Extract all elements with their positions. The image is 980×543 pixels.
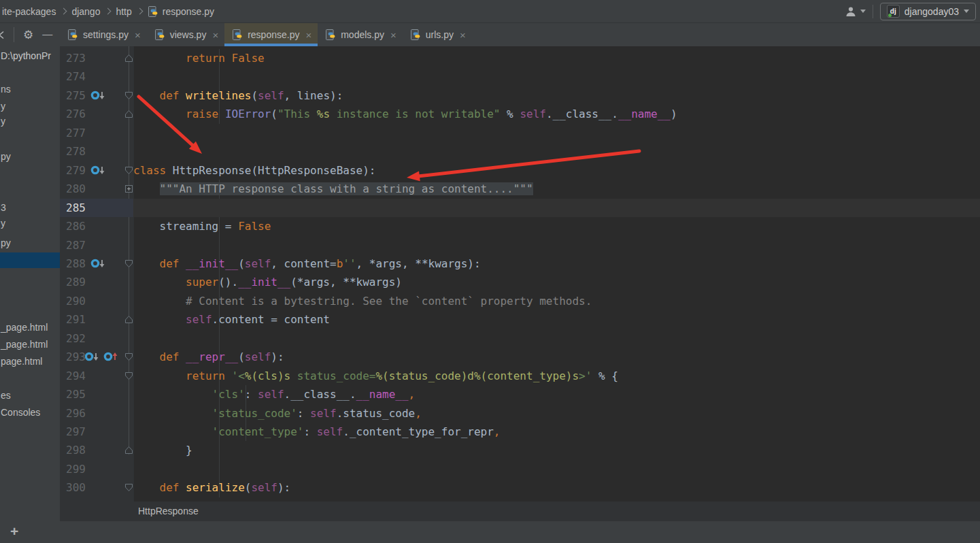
close-icon[interactable]: ×: [212, 29, 218, 41]
line-number: 286: [66, 217, 86, 235]
code-line-276[interactable]: 276 raise IOError("This %s instance is n…: [60, 105, 980, 123]
tab-label: settings.py: [83, 29, 129, 40]
breadcrumb-item[interactable]: django: [71, 6, 100, 17]
tab-label: urls.py: [426, 29, 454, 40]
fold-start-icon[interactable]: [125, 167, 133, 174]
fold-end-icon[interactable]: [125, 446, 133, 454]
code-line-277[interactable]: 277: [60, 124, 980, 142]
code-line-294[interactable]: 294 return '<%(cls)s status_code=%(statu…: [60, 367, 980, 385]
breadcrumb-item[interactable]: http: [116, 6, 131, 17]
override-up-icon[interactable]: [103, 351, 120, 362]
code-text: def writelines(self, lines):: [133, 86, 343, 105]
fold-start-icon[interactable]: [125, 484, 133, 491]
code-line-274[interactable]: 274: [60, 67, 980, 86]
sidebar-item[interactable]: _page.html: [1, 338, 48, 350]
code-line-273[interactable]: 273 return False: [60, 49, 980, 67]
line-number: 300: [66, 478, 86, 497]
fold-end-icon[interactable]: [125, 54, 133, 62]
code-line-297[interactable]: 297 'content_type': self._content_type_f…: [60, 423, 980, 441]
breadcrumb-item[interactable]: response.py: [163, 6, 214, 17]
python-file-icon: [67, 29, 78, 40]
fold-end-icon[interactable]: [125, 110, 133, 118]
fold-start-icon[interactable]: [125, 372, 133, 380]
code-line-291[interactable]: 291 self.content = content: [60, 310, 980, 329]
override-down-icon[interactable]: [90, 258, 107, 269]
code-line-293[interactable]: 293 def __repr__(self):: [60, 348, 980, 366]
tab-label: models.py: [341, 29, 384, 40]
python-file-icon: [232, 29, 243, 40]
breadcrumb-item[interactable]: ite-packages: [2, 6, 56, 17]
code-text: self.content = content: [133, 310, 330, 329]
sidebar-item[interactable]: D:\pythonPr: [1, 50, 51, 62]
breadcrumb-class[interactable]: HttpResponse: [138, 506, 199, 516]
tab-views-py[interactable]: views.py ×: [147, 23, 224, 46]
code-line-278[interactable]: 278: [60, 142, 980, 161]
sidebar-item[interactable]: ns: [1, 83, 11, 95]
chevron-left-icon[interactable]: [0, 31, 5, 39]
tab-urls-py[interactable]: urls.py ×: [403, 23, 472, 46]
code-line-295[interactable]: 295 'cls': self.__class__.__name__,: [60, 385, 980, 404]
editor-tab-bar: ⚙ — settings.py × views.py × response.py…: [0, 23, 980, 46]
code-line-300[interactable]: 300 def serialize(self):: [60, 478, 980, 497]
sidebar-item[interactable]: y: [1, 115, 5, 127]
code-line-287[interactable]: 287: [60, 236, 980, 254]
sidebar-item[interactable]: page.html: [1, 355, 42, 367]
sidebar-item[interactable]: 3: [1, 201, 6, 214]
code-line-286[interactable]: 286 streaming = False: [60, 217, 980, 235]
code-line-292[interactable]: 292: [60, 329, 980, 348]
line-number: 277: [66, 124, 86, 142]
project-tree-sidebar: D:\pythonPrnsyypy3ypy_page.html_page.htm…: [0, 46, 60, 521]
minus-icon[interactable]: —: [42, 29, 52, 39]
tab-response-py[interactable]: response.py ×: [224, 23, 318, 46]
close-icon[interactable]: ×: [390, 29, 396, 41]
line-number: 291: [66, 310, 86, 329]
line-number: 279: [66, 161, 86, 180]
fold-end-icon[interactable]: [125, 316, 133, 323]
close-icon[interactable]: ×: [135, 29, 141, 41]
close-icon[interactable]: ×: [460, 29, 466, 41]
code-editor[interactable]: 273 return False274275 def writelines(se…: [60, 46, 980, 501]
code-line-275[interactable]: 275 def writelines(self, lines):: [60, 86, 980, 105]
sidebar-selected-item[interactable]: [0, 252, 60, 268]
python-file-icon: [325, 29, 336, 40]
sidebar-item[interactable]: es: [1, 389, 11, 401]
run-configuration-select[interactable]: dj djangoday03: [880, 3, 976, 20]
code-line-299[interactable]: 299: [60, 460, 980, 478]
override-down-icon[interactable]: [90, 165, 107, 176]
sidebar-item[interactable]: py: [1, 150, 11, 163]
code-line-298[interactable]: 298 }: [60, 441, 980, 459]
sidebar-item[interactable]: Consoles: [1, 406, 40, 418]
code-line-290[interactable]: 290 # Content is a bytestring. See the `…: [60, 292, 980, 310]
add-button[interactable]: +: [10, 523, 18, 540]
fold-expand-icon[interactable]: [125, 185, 133, 193]
fold-start-icon[interactable]: [125, 260, 133, 267]
chevron-down-icon: [964, 10, 969, 13]
override-down-icon[interactable]: [90, 90, 107, 101]
sidebar-item[interactable]: _page.html: [1, 321, 48, 333]
user-menu[interactable]: [845, 6, 866, 17]
code-text: class HttpResponse(HttpResponseBase):: [133, 161, 375, 180]
sidebar-item[interactable]: y: [1, 217, 5, 229]
tab-settings-py[interactable]: settings.py ×: [60, 23, 147, 46]
line-number: 280: [66, 180, 86, 198]
code-line-296[interactable]: 296 'status_code': self.status_code,: [60, 404, 980, 423]
code-line-279[interactable]: 279 class HttpResponse(HttpResponseBase)…: [60, 161, 980, 180]
code-line-280[interactable]: 280 """An HTTP response class with a str…: [60, 180, 980, 198]
code-line-289[interactable]: 289 super().__init__(*args, **kwargs): [60, 273, 980, 291]
breadcrumb: ite-packagesdjangohttp response.py: [0, 6, 214, 17]
fold-start-icon[interactable]: [125, 353, 133, 361]
code-line-288[interactable]: 288 def __init__(self, content=b'', *arg…: [60, 254, 980, 273]
sidebar-item[interactable]: py: [1, 237, 11, 249]
tab-models-py[interactable]: models.py ×: [318, 23, 403, 46]
chevron-down-icon: [860, 10, 866, 13]
gear-icon[interactable]: ⚙: [23, 29, 33, 41]
line-number: 274: [66, 67, 86, 86]
chevron-right-icon: [105, 8, 112, 15]
override-down-icon[interactable]: [84, 351, 101, 362]
line-number: 297: [66, 423, 86, 441]
fold-start-icon[interactable]: [125, 92, 133, 99]
code-line-285[interactable]: 285: [60, 199, 980, 217]
sidebar-item[interactable]: y: [1, 100, 5, 112]
close-icon[interactable]: ×: [305, 29, 311, 41]
code-text: 'status_code': self.status_code,: [133, 404, 422, 423]
